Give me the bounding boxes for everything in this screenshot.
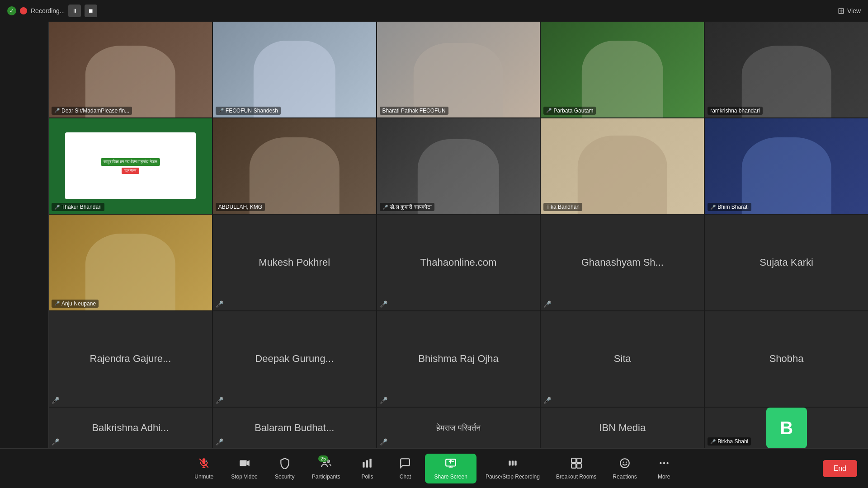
video-tile-21[interactable]: Balkrishna Adhi... 🎤: [49, 408, 212, 448]
view-label: View: [847, 7, 861, 14]
chat-label: Chat: [400, 474, 411, 480]
breakout-rooms-icon: [571, 457, 582, 472]
video-tile-4[interactable]: 🎤 Parbata Gautam: [541, 22, 704, 117]
tile-name-9: Tika Bandhan: [543, 203, 582, 211]
polls-icon: [361, 457, 373, 472]
video-tile-2[interactable]: 🎤 FECOFUN-Shandesh: [213, 22, 376, 117]
video-tile-17[interactable]: Deepak Gurung... 🎤: [213, 311, 376, 407]
tile-label-16: Rajendra Gajure...: [86, 349, 175, 368]
video-grid: 🎤 Dear Sir/MadamPlease fin... 🎤 FECOFUN-…: [49, 22, 868, 448]
mute-indicator-14: 🎤: [543, 300, 551, 308]
video-tile-18[interactable]: Bhishma Raj Ojha 🎤: [377, 311, 540, 407]
recording-control-icon: [507, 457, 519, 472]
mute-icon-8: 🎤: [382, 205, 388, 210]
svg-rect-10: [370, 459, 372, 468]
video-tile-3[interactable]: Bharati Pathak FECOFUN: [377, 22, 540, 117]
tile-label-24: IBN Media: [595, 418, 649, 437]
video-tile-8[interactable]: 🎤 डो.ल कुमारी सापकोटा: [377, 118, 540, 214]
chat-icon: [399, 457, 411, 472]
video-tile-10[interactable]: 🎤 Bhim Bharati: [705, 118, 868, 214]
polls-button[interactable]: Polls: [349, 454, 385, 483]
video-tile-9[interactable]: Tika Bandhan: [541, 118, 704, 214]
reactions-label: Reactions: [613, 474, 637, 480]
more-label: More: [658, 474, 670, 480]
reactions-button[interactable]: Reactions: [605, 454, 644, 483]
stop-video-button[interactable]: ▲ Stop Video: [224, 454, 265, 483]
unmute-button[interactable]: ▲ Unmute: [186, 454, 222, 483]
view-button[interactable]: ⊞ View: [838, 6, 861, 16]
end-button[interactable]: End: [823, 460, 857, 477]
pause-recording-button[interactable]: ⏸: [68, 5, 81, 17]
reactions-icon: [619, 457, 631, 472]
video-tile-14[interactable]: Ghanashyam Sh... 🎤: [541, 215, 704, 310]
video-tile-25[interactable]: B 🎤 Birkha Shahi: [705, 408, 868, 448]
share-screen-icon: ▲: [445, 457, 457, 472]
video-tile-6[interactable]: सामुदायिक वन उपभोक्ता महासंघ नेपाल पत्र …: [49, 118, 212, 214]
mute-indicator-12: 🎤: [216, 300, 223, 308]
shield-icon: [279, 457, 291, 472]
video-tile-13[interactable]: Thahaonline.com 🎤: [377, 215, 540, 310]
top-bar: Recording... ⏸ ⏹ ⊞ View: [0, 0, 868, 22]
bottom-toolbar: ▲ Unmute ▲ Stop Video Security: [0, 448, 868, 488]
mute-icon-11: 🎤: [54, 301, 60, 306]
video-tile-11[interactable]: 🎤 Anju Neupane: [49, 215, 212, 310]
video-tile-7[interactable]: ABDULLAH, KMG: [213, 118, 376, 214]
video-tile-19[interactable]: Sita 🎤: [541, 311, 704, 407]
pause-stop-recording-button[interactable]: Pause/Stop Recording: [478, 454, 547, 483]
video-tile-15[interactable]: Sujata Karki: [705, 215, 868, 310]
video-tile-16[interactable]: Rajendra Gajure... 🎤: [49, 311, 212, 407]
share-screen-button[interactable]: ▲ Share Screen: [425, 454, 476, 483]
mute-icon-4: 🎤: [546, 108, 552, 113]
tile-name-3: Bharati Pathak FECOFUN: [380, 107, 448, 115]
tile-label-15: Sujata Karki: [756, 253, 817, 272]
mute-icon-10: 🎤: [710, 205, 716, 210]
tile-name-7: ABDULLAH, KMG: [216, 203, 265, 211]
video-tile-12[interactable]: Mukesh Pokhrel 🎤: [213, 215, 376, 310]
mute-indicator-21: 🎤: [52, 438, 59, 446]
recording-info: Recording... ⏸ ⏹: [7, 5, 97, 17]
tile-label-20: Shobha: [766, 349, 807, 368]
svg-rect-16: [514, 460, 516, 465]
unmute-chevron: ▲: [204, 459, 208, 463]
video-icon: ▲: [239, 457, 250, 472]
tile-name-25: 🎤 Birkha Shahi: [708, 437, 751, 446]
mute-indicator-16: 🎤: [52, 397, 59, 404]
video-tile-20[interactable]: Shobha: [705, 311, 868, 407]
mute-indicator-17: 🎤: [216, 397, 223, 404]
mute-indicator-13: 🎤: [380, 300, 387, 308]
mute-icon-2: 🎤: [218, 108, 224, 113]
participants-chevron: ▲: [326, 459, 330, 463]
stop-video-label: Stop Video: [231, 474, 258, 480]
security-label: Security: [275, 474, 294, 480]
participants-button[interactable]: 25 ▲ Participants: [305, 454, 348, 483]
security-button[interactable]: Security: [267, 454, 303, 483]
pause-stop-recording-label: Pause/Stop Recording: [486, 474, 540, 480]
participants-icon: 25 ▲: [320, 457, 332, 472]
mute-icon-1: 🎤: [54, 108, 60, 113]
tile-label-23: हेमराज परिवर्तन: [433, 420, 484, 436]
polls-label: Polls: [361, 474, 373, 480]
video-tile-5[interactable]: ramkrishna bhandari: [705, 22, 868, 117]
video-tile-23[interactable]: हेमराज परिवर्तन 🎤: [377, 408, 540, 448]
chat-button[interactable]: Chat: [387, 454, 423, 483]
security-icon: [7, 6, 16, 15]
microphone-muted-icon: ▲: [198, 457, 210, 472]
video-tile-24[interactable]: IBN Media: [541, 408, 704, 448]
mute-indicator-22: 🎤: [216, 438, 223, 446]
tile-label-13: Thahaonline.com: [417, 253, 500, 272]
stop-recording-button[interactable]: ⏹: [85, 5, 97, 17]
unmute-label: Unmute: [194, 474, 213, 480]
grid-icon: ⊞: [838, 6, 844, 16]
tile-label-22: Balaram Budhat...: [251, 418, 338, 437]
video-tile-1[interactable]: 🎤 Dear Sir/MadamPlease fin...: [49, 22, 212, 117]
svg-rect-14: [509, 460, 510, 465]
tile-label-12: Mukesh Pokhrel: [255, 253, 334, 272]
more-button[interactable]: More: [646, 454, 682, 483]
breakout-rooms-button[interactable]: Breakout Rooms: [549, 454, 604, 483]
svg-point-22: [623, 461, 624, 463]
tile-label-18: Bhishma Raj Ojha: [415, 349, 502, 368]
tile-name-6: 🎤 Thakur Bhandari: [52, 203, 104, 211]
video-tile-22[interactable]: Balaram Budhat... 🎤: [213, 408, 376, 448]
mute-icon-25: 🎤: [710, 439, 716, 444]
svg-point-25: [663, 462, 665, 464]
